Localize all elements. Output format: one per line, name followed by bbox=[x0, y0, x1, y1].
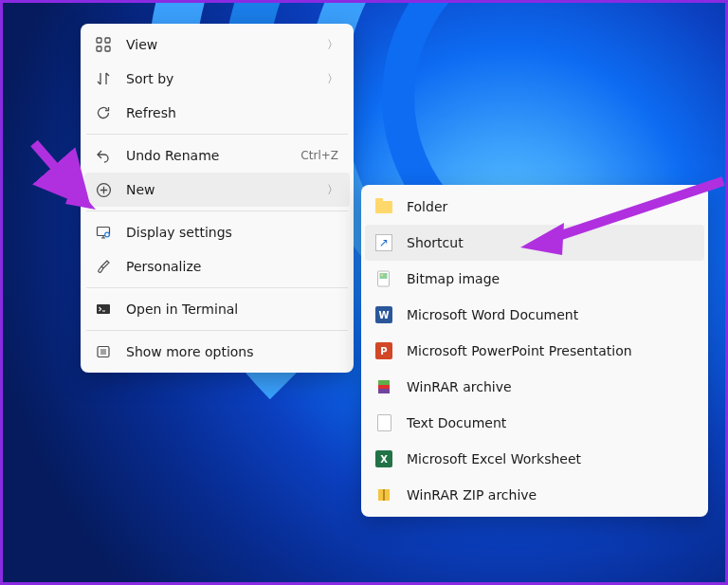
menu-separator bbox=[86, 210, 348, 211]
submenu-item-shortcut[interactable]: ↗ Shortcut bbox=[365, 225, 704, 261]
menu-item-label: View bbox=[126, 37, 319, 52]
svg-rect-0 bbox=[97, 38, 101, 43]
svg-rect-1 bbox=[105, 38, 110, 43]
menu-item-label: Sort by bbox=[126, 71, 319, 86]
grid-icon bbox=[94, 35, 113, 54]
powerpoint-icon: P bbox=[374, 341, 393, 360]
submenu-item-powerpoint[interactable]: P Microsoft PowerPoint Presentation bbox=[365, 333, 704, 369]
menu-item-display-settings[interactable]: Display settings bbox=[84, 215, 350, 249]
svg-rect-3 bbox=[105, 46, 110, 51]
menu-item-label: New bbox=[126, 182, 319, 197]
submenu-item-winrar[interactable]: WinRAR archive bbox=[365, 369, 704, 405]
menu-item-new[interactable]: New 〉 bbox=[84, 173, 350, 207]
menu-item-sort-by[interactable]: Sort by 〉 bbox=[84, 62, 350, 96]
submenu-item-label: Folder bbox=[407, 199, 693, 214]
menu-item-open-terminal[interactable]: Open in Terminal bbox=[84, 292, 350, 326]
more-icon bbox=[94, 342, 113, 361]
menu-item-accelerator: Ctrl+Z bbox=[300, 149, 338, 162]
svg-rect-7 bbox=[97, 304, 110, 314]
bitmap-icon bbox=[374, 269, 393, 288]
submenu-item-bitmap[interactable]: Bitmap image bbox=[365, 261, 704, 297]
menu-item-view[interactable]: View 〉 bbox=[84, 27, 350, 62]
svg-point-6 bbox=[105, 232, 110, 237]
submenu-item-label: Microsoft PowerPoint Presentation bbox=[407, 343, 693, 358]
excel-icon: X bbox=[374, 449, 393, 468]
menu-item-show-more-options[interactable]: Show more options bbox=[84, 335, 350, 369]
submenu-item-word[interactable]: W Microsoft Word Document bbox=[365, 297, 704, 333]
svg-rect-13 bbox=[378, 380, 390, 385]
sort-icon bbox=[94, 69, 113, 88]
svg-rect-14 bbox=[378, 385, 390, 389]
shortcut-icon: ↗ bbox=[374, 233, 393, 252]
desktop-context-menu: View 〉 Sort by 〉 Refresh Undo Rename Ctr… bbox=[81, 24, 354, 373]
submenu-item-label: Text Document bbox=[407, 415, 693, 430]
submenu-item-label: WinRAR archive bbox=[407, 379, 693, 394]
menu-separator bbox=[86, 287, 348, 288]
menu-item-label: Show more options bbox=[126, 344, 338, 359]
menu-separator bbox=[86, 134, 348, 135]
svg-rect-2 bbox=[97, 46, 101, 51]
submenu-item-label: Microsoft Excel Worksheet bbox=[407, 451, 693, 466]
menu-item-label: Open in Terminal bbox=[126, 302, 338, 317]
winrar-zip-icon bbox=[374, 485, 393, 504]
submenu-item-excel[interactable]: X Microsoft Excel Worksheet bbox=[365, 441, 704, 477]
chevron-right-icon: 〉 bbox=[327, 71, 338, 87]
menu-separator bbox=[86, 330, 348, 331]
submenu-item-label: WinRAR ZIP archive bbox=[407, 487, 693, 503]
svg-rect-16 bbox=[383, 489, 385, 501]
terminal-icon bbox=[94, 300, 113, 319]
menu-item-label: Refresh bbox=[126, 105, 338, 120]
menu-item-undo-rename[interactable]: Undo Rename Ctrl+Z bbox=[84, 138, 350, 173]
display-icon bbox=[94, 223, 113, 242]
new-submenu: Folder ↗ Shortcut Bitmap image W Microso… bbox=[361, 185, 708, 517]
chevron-right-icon: 〉 bbox=[327, 37, 338, 53]
refresh-icon bbox=[94, 103, 113, 122]
chevron-right-icon: 〉 bbox=[327, 182, 338, 198]
submenu-item-label: Microsoft Word Document bbox=[407, 307, 693, 322]
undo-icon bbox=[94, 146, 113, 165]
submenu-item-label: Bitmap image bbox=[407, 271, 693, 286]
folder-icon bbox=[374, 197, 393, 216]
submenu-item-folder[interactable]: Folder bbox=[365, 189, 704, 225]
menu-item-personalize[interactable]: Personalize bbox=[84, 249, 350, 283]
brush-icon bbox=[94, 257, 113, 276]
menu-item-label: Display settings bbox=[126, 225, 338, 240]
plus-circle-icon bbox=[94, 180, 113, 199]
submenu-item-winrar-zip[interactable]: WinRAR ZIP archive bbox=[365, 477, 704, 513]
menu-item-label: Personalize bbox=[126, 259, 338, 274]
submenu-item-label: Shortcut bbox=[407, 235, 693, 250]
svg-point-11 bbox=[381, 274, 383, 276]
submenu-item-text[interactable]: Text Document bbox=[365, 405, 704, 441]
svg-rect-10 bbox=[380, 273, 388, 279]
text-icon bbox=[374, 413, 393, 432]
winrar-icon bbox=[374, 377, 393, 396]
word-icon: W bbox=[374, 305, 393, 324]
menu-item-label: Undo Rename bbox=[126, 148, 293, 163]
menu-item-refresh[interactable]: Refresh bbox=[84, 96, 350, 130]
